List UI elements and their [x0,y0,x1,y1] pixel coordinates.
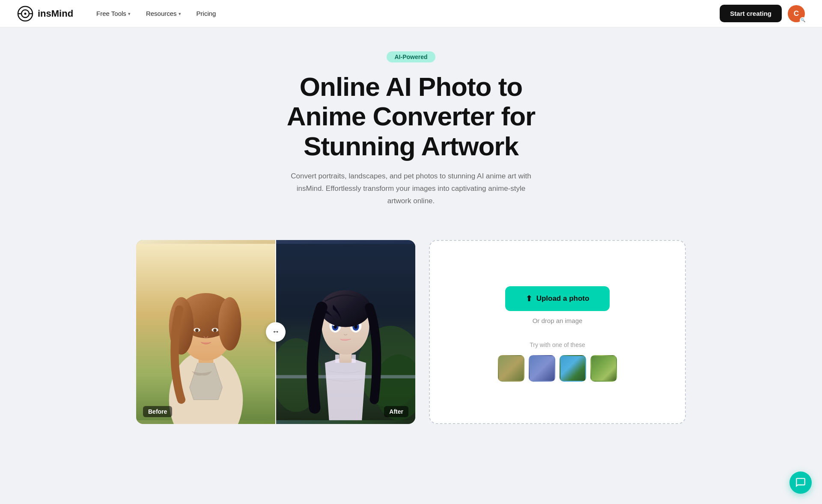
upload-panel: ⬆ Upload a photo Or drop an image Try wi… [429,240,686,424]
before-person-illustration [136,240,276,424]
start-creating-button[interactable]: Start creating [720,5,782,22]
ai-powered-badge: AI-Powered [387,51,435,62]
sample-images [498,355,617,382]
sample-thumb-3[interactable] [560,355,586,382]
logo-icon [17,6,33,22]
svg-point-14 [195,329,199,332]
nav-pricing[interactable]: Pricing [191,6,222,21]
avatar-search-icon: 🔍 [800,17,806,23]
navbar: insMind Free Tools ▾ Resources ▾ Pricing… [0,0,822,27]
hero-subtitle: Convert portraits, landscapes, and pet p… [287,170,535,208]
avatar-letter: C [794,9,799,18]
before-label: Before [143,406,172,417]
after-label: After [384,406,408,417]
avatar[interactable]: C 🔍 [788,5,805,22]
nav-resources[interactable]: Resources ▾ [140,6,187,21]
drop-text: Or drop an image [533,317,583,324]
upload-icon: ⬆ [526,294,532,303]
navbar-links: Free Tools ▾ Resources ▾ Pricing [90,6,703,21]
hero-section: AI-Powered Online AI Photo to Anime Conv… [0,27,822,225]
after-person-illustration [276,240,415,424]
logo[interactable]: insMind [17,6,73,22]
sample-thumb-4[interactable] [590,355,617,382]
chat-bubble-button[interactable] [789,471,812,494]
chevron-down-icon: ▾ [179,11,181,17]
upload-photo-button[interactable]: ⬆ Upload a photo [505,286,610,311]
demo-section: ↔ Before After ⬆ Upload a photo Or drop … [116,225,706,441]
page-title: Online AI Photo to Anime Converter for S… [261,72,561,161]
svg-point-2 [24,12,27,15]
slider-handle[interactable]: ↔ [266,322,286,342]
before-panel [136,240,276,424]
svg-point-15 [213,329,217,332]
sample-thumb-1[interactable] [498,355,524,382]
svg-point-11 [218,297,241,350]
logo-text: insMind [38,8,73,19]
try-with-label: Try with one of these [530,341,585,348]
chat-icon [795,477,806,488]
ba-inner: ↔ Before After [136,240,415,424]
chevron-down-icon: ▾ [128,11,131,17]
after-panel [276,240,415,424]
navbar-right: Start creating C 🔍 [720,5,805,22]
before-after-slider[interactable]: ↔ Before After [136,240,415,424]
sample-thumb-2[interactable] [529,355,555,382]
nav-free-tools[interactable]: Free Tools ▾ [90,6,137,21]
